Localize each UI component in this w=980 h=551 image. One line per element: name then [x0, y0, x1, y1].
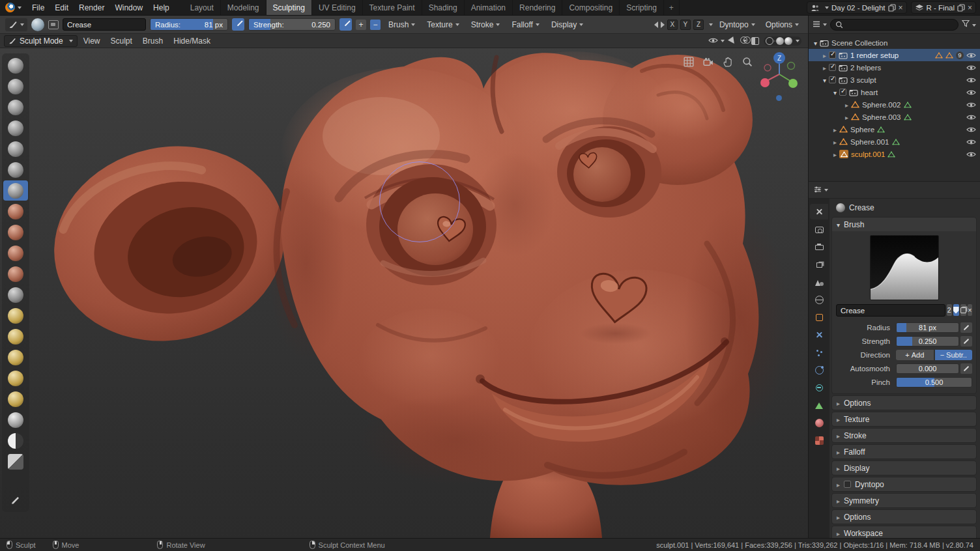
- tab-output[interactable]: [810, 239, 828, 255]
- tab-animation[interactable]: Animation: [465, 0, 513, 15]
- browse-brush-icon[interactable]: [48, 20, 59, 29]
- strength-slider[interactable]: Strength: 0.250: [248, 18, 336, 31]
- tab-texture-paint[interactable]: Texture Paint: [363, 0, 422, 15]
- tab-physics[interactable]: [810, 362, 828, 378]
- navigation-gizmo[interactable]: Z: [755, 51, 804, 100]
- camera-dot-icon[interactable]: [776, 95, 782, 101]
- brush-draw-icon[interactable]: [3, 55, 28, 76]
- brush-grab-icon[interactable]: [3, 305, 28, 326]
- direction-subtract-button[interactable]: − Subtr..: [935, 350, 973, 360]
- tab-scene[interactable]: [810, 274, 828, 290]
- expand-icon[interactable]: [845, 101, 848, 109]
- expand-icon[interactable]: [814, 39, 817, 47]
- brush-flatten-icon[interactable]: [3, 222, 28, 242]
- overlays-dropdown[interactable]: [740, 36, 747, 46]
- active-tool-dropdown[interactable]: [5, 18, 27, 31]
- menu-render[interactable]: Render: [74, 0, 109, 15]
- pinch-slider[interactable]: 0.500: [896, 377, 972, 388]
- mirror-y-toggle[interactable]: Y: [680, 20, 691, 30]
- texture-menu[interactable]: Texture: [423, 20, 463, 29]
- strength-pressure-toggle[interactable]: [960, 336, 972, 346]
- radius-slider[interactable]: Radius: 81 px: [150, 18, 228, 31]
- outliner-search-input[interactable]: [830, 19, 958, 31]
- brush-clay-strips-icon[interactable]: [3, 97, 28, 117]
- eye-icon[interactable]: [966, 102, 976, 108]
- tab-modifiers[interactable]: [810, 327, 828, 343]
- brush-name-input[interactable]: [836, 304, 945, 317]
- strength-pressure-toggle[interactable]: [339, 18, 352, 31]
- outliner-item-sphere-001[interactable]: Sphere.001: [809, 135, 980, 148]
- brush-elastic-deform-icon[interactable]: [3, 326, 28, 346]
- close-icon[interactable]: ×: [899, 4, 903, 12]
- add-workspace-button[interactable]: +: [664, 0, 680, 15]
- collection-checkbox[interactable]: [829, 76, 836, 83]
- blender-menu-button[interactable]: [0, 0, 27, 15]
- brush-snake-hook-icon[interactable]: [3, 347, 28, 367]
- options-panel-header[interactable]: Options: [832, 396, 976, 410]
- tab-texture[interactable]: [810, 432, 828, 448]
- strength-slider[interactable]: 0.250: [896, 336, 959, 346]
- direction-add-button[interactable]: + Add: [896, 350, 934, 360]
- menu-file[interactable]: File: [27, 0, 50, 15]
- outliner-item-sculpt-collection[interactable]: 3 sculpt: [809, 74, 980, 86]
- tab-uv-editing[interactable]: UV Editing: [312, 0, 363, 15]
- eye-icon[interactable]: [966, 151, 976, 158]
- menu-view[interactable]: View: [79, 36, 105, 46]
- brush-fill-icon[interactable]: [3, 243, 28, 263]
- tab-active-tool[interactable]: [810, 204, 828, 219]
- falloff-panel-header[interactable]: Falloff: [832, 445, 976, 459]
- brush-thumb-icon[interactable]: [3, 368, 28, 388]
- menu-window[interactable]: Window: [109, 0, 148, 15]
- outliner-filter-dropdown[interactable]: [962, 20, 976, 29]
- brush-rotate-icon[interactable]: [3, 410, 28, 430]
- collection-checkbox[interactable]: [839, 89, 846, 96]
- brush-mask-icon[interactable]: [3, 451, 28, 472]
- dyntopo-panel-header[interactable]: Dyntopo: [832, 477, 976, 491]
- users-count-button[interactable]: 2: [947, 304, 952, 316]
- brush-simplify-icon[interactable]: [3, 431, 28, 451]
- outliner-item-sculpt-001[interactable]: sculpt.001: [809, 148, 980, 160]
- options2-panel-header[interactable]: Options: [832, 510, 976, 524]
- wireframe-shading-button[interactable]: [766, 37, 773, 45]
- direction-add-toggle[interactable]: +: [356, 20, 366, 30]
- unlink-brush-button[interactable]: ×: [968, 304, 973, 316]
- falloff-menu[interactable]: Falloff: [508, 20, 543, 29]
- menu-sculpt[interactable]: Sculpt: [106, 36, 137, 46]
- stroke-panel-header[interactable]: Stroke: [832, 429, 976, 442]
- expand-icon[interactable]: [833, 138, 837, 146]
- display-menu[interactable]: Display: [547, 20, 587, 29]
- view-layer-selector[interactable]: R - Final ×: [911, 1, 976, 14]
- brush-preview-image[interactable]: [870, 235, 939, 300]
- expand-icon[interactable]: [833, 150, 837, 158]
- direction-subtract-toggle[interactable]: −: [370, 20, 381, 30]
- brush-crease-icon[interactable]: [3, 180, 28, 201]
- new-scene-icon[interactable]: [888, 4, 896, 12]
- tab-object-data[interactable]: [810, 397, 828, 413]
- brush-clay-icon[interactable]: [3, 76, 28, 96]
- menu-help[interactable]: Help: [148, 0, 175, 15]
- expand-icon[interactable]: [833, 89, 837, 96]
- eye-icon[interactable]: [966, 89, 976, 96]
- brush-menu[interactable]: Brush: [384, 20, 419, 29]
- tab-rendering[interactable]: Rendering: [513, 0, 562, 15]
- options-menu[interactable]: Options: [762, 20, 803, 29]
- tab-compositing[interactable]: Compositing: [562, 0, 620, 15]
- fake-user-shield-button[interactable]: [953, 304, 959, 316]
- solid-shading-button[interactable]: [774, 40, 775, 42]
- close-icon[interactable]: ×: [968, 4, 972, 12]
- eye-icon[interactable]: [966, 139, 976, 145]
- tab-layout[interactable]: Layout: [184, 0, 221, 15]
- expand-icon[interactable]: [823, 64, 826, 72]
- material-shading-button[interactable]: [776, 37, 784, 45]
- menu-hide-mask[interactable]: Hide/Mask: [169, 36, 215, 46]
- new-brush-button[interactable]: [960, 304, 966, 316]
- tab-world[interactable]: [810, 292, 828, 307]
- select-tool-icon[interactable]: [728, 36, 737, 46]
- menu-brush[interactable]: Brush: [138, 36, 167, 46]
- texture-panel-header[interactable]: Texture: [832, 412, 976, 426]
- camera-view-icon[interactable]: [701, 55, 715, 69]
- outliner-item-heart[interactable]: heart: [809, 86, 980, 98]
- outliner-item-render-setup[interactable]: 1 render setup 9: [809, 49, 980, 61]
- 3d-viewport[interactable]: Z: [0, 48, 808, 538]
- brush-scrape-icon[interactable]: [3, 264, 28, 284]
